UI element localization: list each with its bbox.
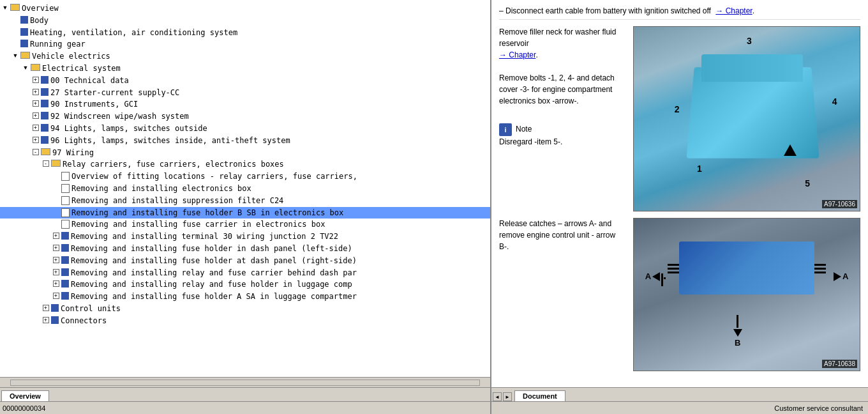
- expand-icon[interactable]: +: [32, 136, 40, 144]
- tree-item-96-lights-inside[interactable]: +96 Lights, lamps, switches inside, anti…: [0, 135, 490, 147]
- tree-item-27-starter[interactable]: +27 Starter-current supply-CC: [0, 87, 490, 99]
- expand-icon[interactable]: +: [52, 292, 60, 300]
- item-label: Running gear: [30, 39, 86, 50]
- tree-item-removing-relay-luggage[interactable]: +Removing and installing relay and fuse …: [0, 279, 490, 291]
- content-area: ▼OverviewBodyHeating, ventilation, air c…: [0, 0, 868, 414]
- instruction-block-2: Release catches – arrows A- and remove e…: [499, 218, 860, 371]
- tree-item-vehicle-electrics[interactable]: ▼Vehicle electrics: [0, 50, 490, 63]
- note-label: Note: [516, 123, 532, 135]
- tree-item-removing-fuse-holder-sb[interactable]: Removing and installing fuse holder B SB…: [0, 207, 490, 219]
- tree-item-hvac[interactable]: Heating, ventilation, air conditioning s…: [0, 27, 490, 39]
- left-panel: ▼OverviewBodyHeating, ventilation, air c…: [0, 0, 491, 414]
- tree-container[interactable]: ▼OverviewBodyHeating, ventilation, air c…: [0, 0, 490, 377]
- tree-item-90-instruments[interactable]: +90 Instruments, GCI: [0, 98, 490, 111]
- car-image-1: 3 2 1 4 5: [634, 27, 860, 211]
- blue-square-icon: [51, 304, 59, 312]
- item-label: Overview: [22, 3, 59, 14]
- tree-item-92-windscreen[interactable]: +92 Windscreen wipe/wash system: [0, 111, 490, 123]
- expand-icon: [52, 196, 60, 204]
- left-tabs: Overview: [0, 387, 490, 401]
- expand-icon[interactable]: +: [42, 316, 50, 324]
- item-label: Control units: [61, 303, 121, 314]
- expand-icon[interactable]: +: [32, 112, 40, 119]
- tree-item-overview-fitting[interactable]: Overview of fitting locations - relay ca…: [0, 171, 490, 183]
- blue-square-icon: [61, 268, 69, 276]
- expand-icon: [11, 16, 19, 24]
- tree-item-overview[interactable]: ▼Overview: [0, 3, 490, 15]
- blue-square-icon: [51, 316, 59, 324]
- folder-icon: [10, 4, 20, 11]
- expand-icon[interactable]: +: [52, 268, 60, 276]
- item-label: 27 Starter-current supply-CC: [50, 88, 179, 98]
- tree-item-removing-fuse-carrier[interactable]: Removing and installing fuse carrier in …: [0, 218, 490, 231]
- tab-document[interactable]: Document: [514, 390, 565, 401]
- nav-prev[interactable]: ◄: [493, 392, 502, 401]
- expand-icon[interactable]: +: [42, 304, 50, 312]
- expand-icon: [52, 208, 60, 216]
- expand-icon[interactable]: ▼: [11, 52, 19, 59]
- disregard-text: Disregard -item 5-.: [499, 136, 627, 148]
- tree-item-97-wiring[interactable]: -97 Wiring: [0, 147, 490, 159]
- tree-item-running-gear[interactable]: Running gear: [0, 38, 490, 50]
- nav-next[interactable]: ►: [503, 392, 512, 401]
- tree-item-removing-fuse-left[interactable]: +Removing and installing fuse holder in …: [0, 243, 490, 255]
- page-icon: [61, 184, 70, 193]
- expand-icon[interactable]: +: [52, 244, 60, 252]
- doc-nav-arrows[interactable]: ◄ ►: [493, 392, 512, 401]
- blue-square-icon: [41, 136, 49, 144]
- item-label: Body: [30, 15, 49, 26]
- expand-icon[interactable]: -: [42, 160, 50, 167]
- expand-icon[interactable]: +: [52, 256, 60, 264]
- tree-item-removing-relay-dash[interactable]: +Removing and installing relay and fuse …: [0, 267, 490, 279]
- expand-icon[interactable]: +: [52, 280, 60, 288]
- page-icon: [61, 172, 70, 181]
- tree-item-control-units[interactable]: +Control units: [0, 303, 490, 315]
- blue-square-icon: [61, 256, 69, 264]
- tree-item-removing-suppression[interactable]: Removing and installing suppression filt…: [0, 195, 490, 207]
- note-icon: i: [499, 123, 512, 136]
- expand-icon: [11, 28, 19, 36]
- blue-square-icon: [61, 292, 69, 300]
- tree-item-removing-fuse-right[interactable]: +Removing and installing fuse holder at …: [0, 255, 490, 267]
- chapter-link-1[interactable]: → Chapter: [715, 6, 752, 15]
- tree-item-relay-carriers[interactable]: -Relay carriers, fuse carriers, electron…: [0, 158, 490, 171]
- tree-item-removing-electronics[interactable]: Removing and installing electronics box: [0, 183, 490, 195]
- expand-icon[interactable]: -: [32, 148, 40, 156]
- tree-item-connectors[interactable]: +Connectors: [0, 315, 490, 327]
- tree-item-removing-fuse-holder-sa[interactable]: +Removing and installing fuse holder A S…: [0, 291, 490, 303]
- customer-service-label: Customer service consultant: [774, 404, 863, 412]
- blue-square-icon: [41, 100, 49, 107]
- expand-icon[interactable]: ▼: [1, 4, 9, 12]
- blue-square-icon: [61, 280, 69, 288]
- item-label: Vehicle electrics: [32, 51, 110, 62]
- expand-icon[interactable]: +: [32, 124, 40, 132]
- expand-icon[interactable]: +: [32, 100, 40, 107]
- tree-item-removing-terminal30[interactable]: +Removing and installing terminal 30 wir…: [0, 231, 490, 243]
- tree-item-94-lights-outside[interactable]: +94 Lights, lamps, switches outside: [0, 123, 490, 135]
- chapter-link-2[interactable]: → Chapter: [499, 50, 535, 59]
- item-label: Removing and installing fuse holder at d…: [71, 256, 357, 266]
- item-label: Heating, ventilation, air conditioning s…: [30, 27, 237, 38]
- tree-item-00-technical[interactable]: +00 Technical data: [0, 75, 490, 87]
- expand-icon: [52, 220, 60, 227]
- folder-icon: [51, 160, 61, 167]
- item-label: 92 Windscreen wipe/wash system: [50, 111, 189, 122]
- expand-icon[interactable]: +: [52, 232, 60, 240]
- folder-icon: [41, 148, 50, 155]
- expand-icon[interactable]: +: [32, 88, 40, 96]
- expand-icon[interactable]: ▼: [22, 64, 29, 72]
- item-label: Removing and installing fuse holder A SA…: [71, 291, 357, 302]
- item-label: 97 Wiring: [52, 148, 94, 158]
- tree-item-body[interactable]: Body: [0, 15, 490, 27]
- right-content[interactable]: – Disconnect earth cable from battery wi…: [491, 0, 868, 387]
- tree-item-electrical-system[interactable]: ▼Electrical system: [0, 63, 490, 75]
- page-icon: [61, 220, 70, 229]
- img-label-2: A97-10638: [822, 360, 857, 368]
- item-label: Removing and installing relay and fuse c…: [71, 268, 357, 279]
- filler-neck-text: Remove filler neck for washer fluid rese…: [499, 26, 627, 49]
- tab-overview[interactable]: Overview: [1, 390, 49, 401]
- page-icon: [61, 196, 70, 205]
- expand-icon[interactable]: +: [32, 76, 40, 84]
- blue-square-icon: [20, 16, 28, 24]
- item-label: 96 Lights, lamps, switches inside, anti-…: [50, 135, 290, 146]
